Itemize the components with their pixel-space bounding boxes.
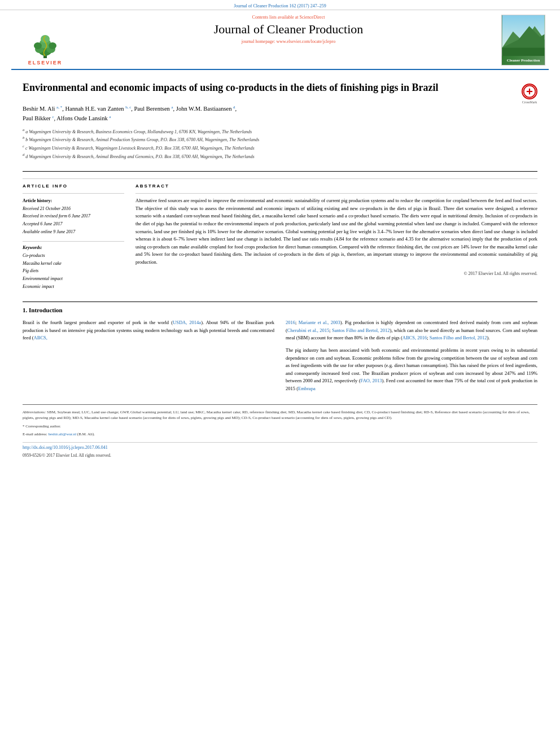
- issn-text: 0959-6526/© 2017 Elsevier Ltd. All right…: [23, 453, 111, 458]
- intro-col-left: Brazil is the fourth largest producer an…: [23, 319, 274, 397]
- ref-2016-link[interactable]: 2016: [286, 320, 295, 325]
- bottom-bar: http://dx.doi.org/10.1016/j.jclepro.2017…: [23, 442, 537, 460]
- keyword-2: Macaúba kernel cake: [23, 260, 124, 268]
- main-content: Environmental and economic impacts of us…: [0, 70, 560, 460]
- publisher-logo-area: ELSEVIER: [11, 15, 79, 65]
- intro-para-1: Brazil is the fourth largest producer an…: [23, 319, 274, 342]
- article-title-section: Environmental and economic impacts of us…: [23, 70, 537, 172]
- abstract-heading: ABSTRACT: [135, 184, 537, 189]
- author-bikker: Paul Bikker c,: [23, 115, 56, 121]
- footnotes-text: Abbreviations: SBM, Soybean meal; LUC, L…: [23, 409, 537, 438]
- article-title: Environmental and economic impacts of us…: [23, 81, 515, 94]
- svg-point-5: [34, 42, 42, 49]
- abbreviations-content: SBM, Soybean meal; LUC, Land use change;…: [23, 410, 530, 421]
- article-info-abstract: ARTICLE INFO Article history: Received 2…: [23, 178, 537, 290]
- keywords-section: Keywords: Co-products Macaúba kernel cak…: [23, 241, 124, 290]
- elsevier-tree-icon: [25, 33, 65, 59]
- intro-col-right: 2016; Mariante et al., 2003). Pig produc…: [286, 319, 537, 397]
- history-heading: Article history:: [23, 197, 124, 205]
- article-info-col: ARTICLE INFO Article history: Received 2…: [23, 184, 124, 290]
- cherubini-link[interactable]: Cherubini et al., 2015: [287, 327, 329, 333]
- keywords-title: Keywords:: [23, 245, 124, 250]
- badge-image: Cleaner Production: [502, 15, 545, 65]
- page: Journal of Cleaner Production 162 (2017)…: [0, 0, 560, 747]
- svg-rect-11: [502, 48, 545, 56]
- received-date: Received 21 October 2016: [23, 205, 124, 213]
- accepted-date: Accepted 6 June 2017: [23, 220, 124, 228]
- affiliation-d: d d Wageningen University & Research, An…: [23, 152, 537, 160]
- journal-header: ELSEVIER Contents lists available at Sci…: [11, 10, 549, 70]
- keyword-1: Co-products: [23, 252, 124, 260]
- santos-link-1[interactable]: Santos Filho and Bertol, 2012: [332, 327, 390, 333]
- journal-citation: Journal of Cleaner Production 162 (2017)…: [234, 3, 326, 8]
- available-date: Available online 9 June 2017: [23, 228, 124, 236]
- crossmark-icon: [523, 84, 536, 99]
- journal-header-center: Contents lists available at ScienceDirec…: [79, 15, 498, 65]
- introduction-section: 1. Introduction Brazil is the fourth lar…: [23, 302, 537, 397]
- abcs-link-1[interactable]: ABCS,: [34, 335, 47, 340]
- svg-point-6: [49, 42, 56, 49]
- keyword-3: Pig diets: [23, 267, 124, 275]
- article-info-heading: ARTICLE INFO: [23, 184, 124, 189]
- elsevier-name: ELSEVIER: [28, 60, 63, 65]
- intro-two-col: Brazil is the fourth largest producer an…: [23, 319, 537, 397]
- abstract-text: Alternative feed sources are required to…: [135, 193, 537, 266]
- embrapa-link[interactable]: Embrapa: [298, 386, 316, 391]
- footnotes-section: Abbreviations: SBM, Soybean meal; LUC, L…: [23, 404, 537, 438]
- author-vanzanten: Hannah H.E. van Zanten b, c,: [65, 106, 134, 112]
- crossmark-badge: [522, 84, 537, 99]
- badge-title-text: Cleaner Production: [502, 56, 545, 65]
- abstract-col: ABSTRACT Alternative feed sources are re…: [135, 184, 537, 290]
- email-person: (B.M. Ali).: [77, 432, 95, 436]
- intro-para-2: 2016; Mariante et al., 2003). Pig produc…: [286, 319, 537, 342]
- email-link[interactable]: beshir.ali@wur.nl: [49, 432, 77, 436]
- authors: Beshir M. Ali a, *, Hannah H.E. van Zant…: [23, 104, 537, 124]
- badge-background-icon: [501, 15, 545, 56]
- keyword-5: Economic impact: [23, 283, 124, 291]
- email-note: E-mail address: beshir.ali@wur.nl (B.M. …: [23, 431, 537, 438]
- affiliation-b: b b Wageningen University & Research, An…: [23, 135, 537, 143]
- keyword-4: Environmental impact: [23, 275, 124, 283]
- copyright-notice: © 2017 Elsevier Ltd. All rights reserved…: [135, 271, 537, 276]
- corresponding-author-note: * Corresponding author.: [23, 423, 537, 430]
- abcs-link-2[interactable]: ABCS, 2016: [403, 335, 427, 340]
- revised-date: Received in revised form 6 June 2017: [23, 212, 124, 220]
- journal-top-bar: Journal of Cleaner Production 162 (2017)…: [0, 0, 560, 10]
- science-direct-notice: Contents lists available at ScienceDirec…: [85, 15, 492, 20]
- abbreviations-label: Abbreviations:: [23, 410, 46, 414]
- mariante-link[interactable]: Mariante et al., 2003: [299, 320, 340, 325]
- affiliation-c: c c Wageningen University & Research, Wa…: [23, 143, 537, 152]
- journal-title: Journal of Cleaner Production: [85, 22, 492, 37]
- usda-link[interactable]: USDA, 2014a: [173, 320, 201, 325]
- intro-heading: 1. Introduction: [23, 307, 537, 313]
- science-direct-link[interactable]: ScienceDirect: [300, 15, 325, 20]
- affiliations: a a Wageningen University & Research, Bu…: [23, 127, 537, 160]
- doi-link[interactable]: http://dx.doi.org/10.1016/j.jclepro.2017…: [23, 445, 537, 450]
- intro-para-3: The pig industry has been associated wit…: [286, 347, 537, 393]
- author-lansink: Alfons Oude Lansink a: [56, 115, 111, 121]
- homepage-link[interactable]: www.elsevier.com/locate/jclepro: [276, 39, 335, 44]
- affiliation-a: a a Wageningen University & Research, Bu…: [23, 127, 537, 136]
- keywords-list: Co-products Macaúba kernel cake Pig diet…: [23, 252, 124, 290]
- journal-badge-area: Cleaner Production: [498, 15, 549, 65]
- abbreviations: Abbreviations: SBM, Soybean meal; LUC, L…: [23, 409, 537, 421]
- author-berentsen: Paul Berentsen a,: [134, 106, 176, 112]
- journal-homepage: journal homepage: www.elsevier.com/locat…: [85, 39, 492, 44]
- author-ali: Beshir M. Ali a, *,: [23, 106, 65, 112]
- article-history: Article history: Received 21 October 201…: [23, 193, 124, 235]
- fao-link[interactable]: FAO, 2013: [361, 378, 382, 383]
- santos-link-2[interactable]: Santos Filho and Bertol, 2012: [430, 335, 487, 340]
- elsevier-logo: ELSEVIER: [25, 33, 65, 65]
- crossmark-label: CrossMark: [522, 101, 537, 104]
- author-bastiaansen: John W.M. Bastiaansen d,: [176, 106, 237, 112]
- journal-badge: Cleaner Production: [501, 15, 545, 65]
